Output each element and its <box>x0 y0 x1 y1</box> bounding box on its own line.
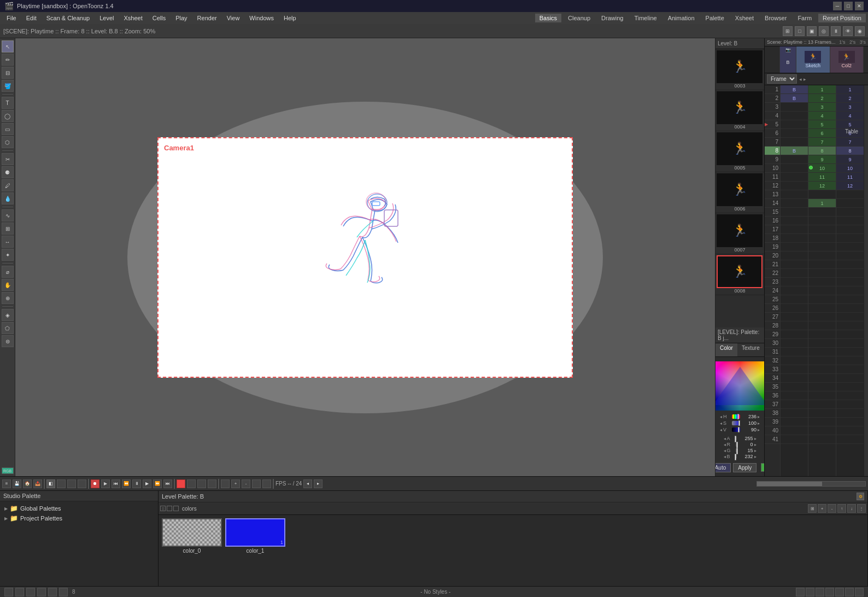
s-right-arrow[interactable]: ▸ <box>758 421 760 426</box>
ws-basics[interactable]: Basics <box>535 14 561 22</box>
r-right-arrow[interactable]: ▸ <box>754 442 756 447</box>
auto-button[interactable]: Auto <box>715 463 731 472</box>
play-forward-btn[interactable]: ▶ <box>143 479 151 488</box>
thumb-0004[interactable]: 🏃 0004 <box>715 90 764 131</box>
red-color-btn[interactable] <box>177 479 185 488</box>
fill-tool[interactable]: 🪣 <box>2 80 14 92</box>
onion3-btn[interactable] <box>67 479 76 488</box>
drag-handle[interactable]: ⠿ <box>160 506 166 511</box>
menu-xsheet[interactable]: Xsheet <box>120 14 147 22</box>
ws-xsheet[interactable]: Xsheet <box>731 14 758 22</box>
zoom-out-play-btn[interactable]: - <box>242 479 250 488</box>
a-right-arrow[interactable]: ▸ <box>754 436 756 441</box>
v-right-arrow[interactable]: ▸ <box>758 428 760 432</box>
save-status-btn[interactable] <box>4 588 13 596</box>
v-slider[interactable] <box>732 428 740 432</box>
g-left-arrow[interactable]: ◂ <box>724 448 726 453</box>
h-left-arrow[interactable]: ◂ <box>720 414 722 419</box>
parent-btn[interactable]: 🏠 <box>23 479 32 488</box>
reset-zoom-btn[interactable] <box>252 479 261 488</box>
ws-cleanup[interactable]: Cleanup <box>564 14 595 22</box>
scissors-tool[interactable]: ✂ <box>2 153 14 165</box>
frame-prev-btn[interactable]: ⏪ <box>122 479 131 488</box>
zoom-tool[interactable]: ⌀ <box>2 266 14 278</box>
b-right-arrow[interactable]: ▸ <box>754 454 756 459</box>
hand-tool[interactable]: ✋ <box>2 279 14 291</box>
h-slider[interactable] <box>732 414 740 419</box>
v-left-arrow[interactable]: ◂ <box>720 428 722 432</box>
menu-file[interactable]: File <box>2 14 21 22</box>
g-slider[interactable] <box>736 448 737 453</box>
menu-cells[interactable]: Cells <box>148 14 170 22</box>
color-wheel[interactable] <box>715 361 764 411</box>
menu-level[interactable]: Level <box>95 14 118 22</box>
zoom-in-play-btn[interactable]: + <box>231 479 240 488</box>
misc-btn1[interactable] <box>221 479 230 488</box>
menu-edit[interactable]: Edit <box>22 14 41 22</box>
color-chip-0[interactable]: 0 color_0 <box>162 518 222 583</box>
export-btn[interactable]: 📤 <box>33 479 42 488</box>
palette-up-btn[interactable]: ↑ <box>837 504 846 513</box>
fill-color-btn[interactable] <box>208 479 216 488</box>
thumb-0006[interactable]: 🏃 0006 <box>715 172 764 213</box>
thumb-0007[interactable]: 🏃 0007 <box>715 213 764 254</box>
reset-position-button[interactable]: Reset Position <box>818 14 866 22</box>
a-slider[interactable] <box>736 436 737 441</box>
text-tool[interactable]: T <box>2 97 14 109</box>
apply-button[interactable]: Apply <box>733 463 756 472</box>
b-left-arrow[interactable]: ◂ <box>724 454 726 459</box>
ws-drawing[interactable]: Drawing <box>597 14 627 22</box>
ws-farm[interactable]: Farm <box>793 14 816 22</box>
stamp-tool[interactable]: ⚈ <box>2 166 14 178</box>
camera-stand-icon[interactable]: □ <box>795 26 805 36</box>
palette-view2-btn[interactable] <box>835 588 844 596</box>
h-right-arrow[interactable]: ▸ <box>758 414 760 419</box>
drag-handle3[interactable] <box>173 506 179 511</box>
palette-grid-btn[interactable]: ⊞ <box>808 504 817 513</box>
frame-end-btn[interactable]: ⏭ <box>163 479 172 488</box>
a-left-arrow[interactable]: ◂ <box>724 436 726 441</box>
plastic-tool[interactable]: ⊜ <box>2 335 14 347</box>
s-left-arrow[interactable]: ◂ <box>720 421 722 426</box>
left-status-btn[interactable] <box>15 588 24 596</box>
thumb-0005[interactable]: 🏃 0005 <box>715 131 764 172</box>
menu-scan[interactable]: Scan & Cleanup <box>42 14 95 22</box>
rgb-picker[interactable]: RGB <box>2 467 14 474</box>
pin-tool[interactable]: ⬠ <box>2 322 14 334</box>
b-slider[interactable] <box>736 454 737 459</box>
tab-color[interactable]: Color <box>715 343 737 356</box>
down-status-btn[interactable] <box>59 588 68 596</box>
palette-nav-right-btn[interactable] <box>816 588 824 596</box>
fps-down-btn[interactable]: ◂ <box>303 479 312 488</box>
r-slider[interactable] <box>736 442 737 447</box>
ws-browser[interactable]: Browser <box>760 14 791 22</box>
maximize-button[interactable]: □ <box>844 2 853 10</box>
camera-icon[interactable]: ▣ <box>807 26 817 36</box>
curve-tool[interactable]: ∿ <box>2 209 14 221</box>
pause-playback-btn[interactable]: ⏸ <box>132 479 141 488</box>
close-button[interactable]: ✕ <box>855 2 864 10</box>
rotate-tool[interactable]: ✦ <box>2 249 14 261</box>
grid-status-btn[interactable] <box>37 588 46 596</box>
palette-del-btn[interactable]: - <box>828 504 836 513</box>
global-palettes-item[interactable]: ▶ 📁 Global Palettes <box>3 504 155 513</box>
play-btn[interactable]: ▶ <box>101 479 110 488</box>
menu-render[interactable]: Render <box>193 14 221 22</box>
eraser-tool[interactable]: ⊟ <box>2 67 14 79</box>
menu-windows[interactable]: Windows <box>245 14 278 22</box>
grid-tool[interactable]: ⊞ <box>2 223 14 235</box>
onion2-btn[interactable] <box>57 479 66 488</box>
r-left-arrow[interactable]: ◂ <box>724 442 726 447</box>
drop-tool[interactable]: 💧 <box>2 192 14 204</box>
onion-tool[interactable]: ◈ <box>2 309 14 321</box>
timeline-scrubber[interactable] <box>756 481 866 487</box>
ws-timeline[interactable]: Timeline <box>630 14 661 22</box>
grey-color-btn[interactable] <box>197 479 206 488</box>
canvas-area[interactable]: Camera1 <box>15 38 715 476</box>
palette-nav-left-btn[interactable] <box>806 588 814 596</box>
minimize-button[interactable]: ─ <box>833 2 842 10</box>
right-status-btn[interactable] <box>26 588 35 596</box>
fit-btn[interactable] <box>262 479 271 488</box>
grid-icon[interactable]: ⊞ <box>783 26 793 36</box>
palette-down-btn[interactable]: ↓ <box>847 504 856 513</box>
